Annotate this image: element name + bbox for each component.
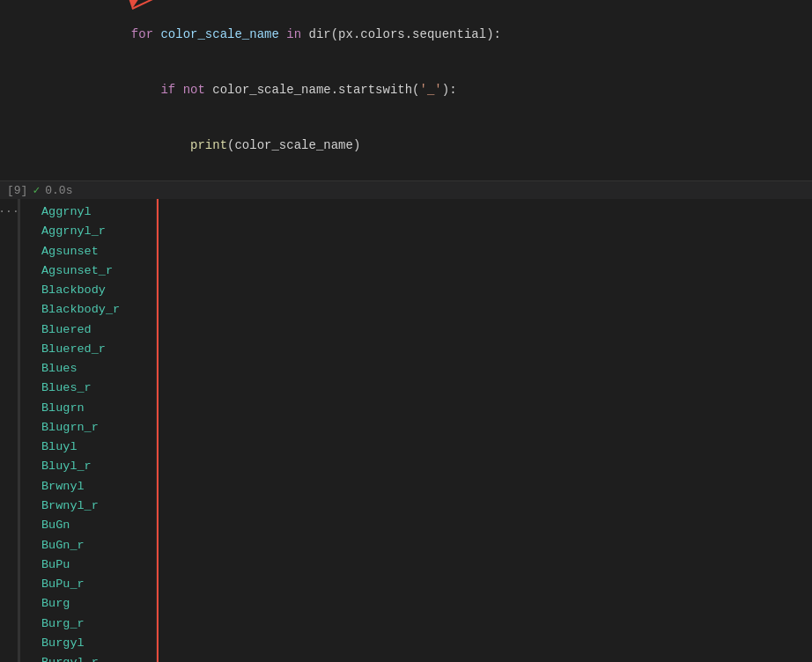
line-content-3: print(color_scale_name) — [42, 118, 805, 173]
list-item: Blackbody — [41, 281, 156, 300]
list-item: Bluyl_r — [41, 457, 156, 476]
output-list: AggrnylAggrnyl_rAgsunsetAgsunset_rBlackb… — [20, 199, 157, 662]
cell-bracket-area: ... AggrnylAggrnyl_rAgsunsetAgsunset_rBl… — [0, 199, 812, 662]
cell-number: [9] — [7, 184, 27, 197]
list-item: Burgyl_r — [41, 653, 156, 662]
code-line-2: if not color_scale_name.startswith('_'): — [0, 63, 812, 118]
list-item: Bluyl — [41, 438, 156, 457]
code-line-1: for color_scale_name in dir(px.colors.se… — [0, 7, 812, 63]
list-item: Blues — [41, 359, 156, 379]
list-item: Burg_r — [41, 614, 156, 634]
list-item: Agsunset_r — [41, 261, 156, 281]
list-item: Aggrnyl — [41, 202, 156, 222]
list-item: Blugrn_r — [41, 418, 156, 438]
function-print: print — [190, 138, 227, 152]
list-item: Burg — [41, 594, 156, 614]
output-wrapper: AggrnylAggrnyl_rAgsunsetAgsunset_rBlackb… — [18, 199, 812, 662]
keyword-if: if — [160, 83, 175, 97]
list-item: BuGn — [41, 516, 156, 535]
list-item: Bluered — [41, 320, 156, 340]
notebook-cell: for color_scale_name in dir(px.colors.se… — [0, 0, 812, 662]
list-item: Aggrnyl_r — [41, 222, 156, 241]
line-content-1: for color_scale_name in dir(px.colors.se… — [42, 7, 805, 63]
list-item: BuGn_r — [41, 536, 156, 555]
list-item: Blackbody_r — [41, 300, 156, 320]
dots-text: ... — [0, 202, 19, 216]
dots-indicator: ... — [0, 199, 18, 662]
code-line-3: print(color_scale_name) — [0, 118, 812, 173]
output-main-area — [157, 199, 812, 662]
list-item: Brwnyl — [41, 477, 156, 496]
list-item: BuPu_r — [41, 575, 156, 594]
list-item: Bluered_r — [41, 340, 156, 359]
cell-status-bar: [9] ✓ 0.0s — [0, 180, 812, 199]
line-content-2: if not color_scale_name.startswith('_'): — [42, 63, 805, 118]
list-item: Burgyl — [41, 634, 156, 653]
list-item: Agsunset — [41, 242, 156, 261]
code-area: for color_scale_name in dir(px.colors.se… — [0, 0, 812, 180]
cell-time: 0.0s — [45, 184, 72, 197]
check-icon: ✓ — [33, 183, 40, 197]
list-item: Brwnyl_r — [41, 496, 156, 516]
keyword-not: not — [183, 83, 205, 97]
list-item: Blues_r — [41, 379, 156, 398]
list-item: BuPu — [41, 555, 156, 575]
string-underscore: '_' — [420, 83, 442, 97]
keyword-in: in — [286, 27, 301, 41]
keyword-for: for — [131, 27, 153, 41]
list-item: Blugrn — [41, 399, 156, 418]
output-area: AggrnylAggrnyl_rAgsunsetAgsunset_rBlackb… — [18, 199, 812, 662]
